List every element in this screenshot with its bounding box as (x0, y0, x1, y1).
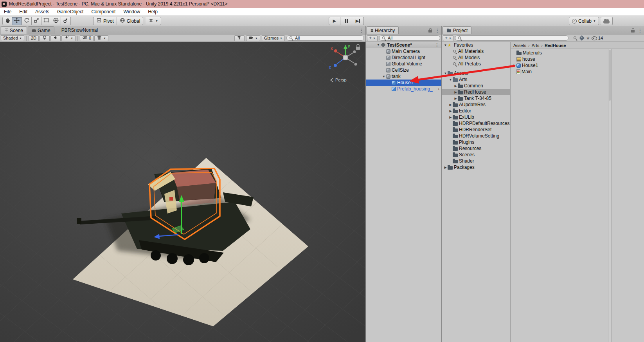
project-tree-row-all-prefabs[interactable]: All Prefabs (442, 61, 510, 67)
menu-help[interactable]: Help (144, 8, 162, 15)
project-tree-row-exulib[interactable]: ▶ExULib (442, 114, 510, 120)
project-tree-row-hdrpdefaultresources[interactable]: HDRPDefaultResources (442, 120, 510, 127)
hierarchy-row-cellsize[interactable]: CellSize (366, 67, 441, 73)
asset-row-main[interactable]: Main (511, 69, 644, 75)
transform-tool-button[interactable] (51, 17, 61, 25)
effects-dropdown[interactable]: ▼ (61, 35, 76, 41)
hidden-packages-toggle[interactable]: 14 (592, 36, 603, 40)
tab-hierarchy[interactable]: ≡ Hierarchy (367, 26, 399, 34)
scale-tool-button[interactable] (32, 17, 41, 25)
expand-arrow[interactable]: ▶ (513, 64, 516, 67)
project-tree-row-redhouse[interactable]: ▶RedHouse (442, 89, 510, 95)
rotate-tool-button[interactable] (22, 17, 32, 25)
pause-button[interactable] (340, 17, 352, 25)
project-tree-row-hdrrenderset[interactable]: HDRRenderSet (442, 127, 510, 133)
project-tree-row-shader[interactable]: Shader (442, 158, 510, 164)
hierarchy-row-main-camera[interactable]: Main Camera (366, 48, 441, 54)
breadcrumb-arts[interactable]: Arts (532, 43, 540, 48)
project-tree-row-all-models[interactable]: All Models (442, 54, 510, 61)
expand-arrow[interactable]: ▼ (376, 43, 381, 47)
tab-game[interactable]: Game (28, 26, 54, 34)
project-search-input[interactable] (455, 35, 568, 41)
breadcrumb-assets[interactable]: Assets (513, 43, 526, 48)
menu-file[interactable]: File (0, 8, 15, 15)
create-asset-button[interactable]: +▼ (443, 35, 453, 41)
scene-viewport[interactable]: y x z Persp (0, 42, 365, 342)
project-tree-row-commen[interactable]: ▶Commen (442, 83, 510, 89)
hierarchy-row-house1[interactable]: House1 (366, 80, 441, 86)
expand-arrow[interactable]: ▼ (443, 72, 448, 75)
menu-assets[interactable]: Assets (31, 8, 53, 15)
lock-icon[interactable] (428, 30, 432, 33)
play-button[interactable]: ▶ (329, 17, 340, 25)
expand-arrow[interactable]: ▶ (448, 109, 453, 113)
gizmos-dropdown[interactable]: Gizmos ▼ (262, 35, 285, 41)
global-toggle-button[interactable]: Global (117, 17, 144, 25)
camera-settings-dropdown[interactable]: ▼ (246, 35, 260, 41)
project-tree-row-favorites[interactable]: ▼★Favorites (442, 42, 510, 48)
persp-label[interactable]: Persp (335, 78, 347, 82)
step-button[interactable]: ▶ (352, 17, 364, 25)
expand-arrow[interactable]: ▶ (453, 97, 458, 100)
project-tree-row-plugins[interactable]: Plugins (442, 139, 510, 145)
menu-component[interactable]: Component (87, 8, 119, 15)
cloud-services-button[interactable] (601, 17, 613, 25)
hierarchy-search-input[interactable]: All (379, 35, 440, 41)
scene-options-icon[interactable]: ⋮ (359, 28, 364, 33)
project-tree-row-packages[interactable]: ▶Packages (442, 164, 510, 170)
tab-scene[interactable]: Scene (1, 26, 27, 34)
tab-project[interactable]: Project (443, 26, 471, 34)
asset-row-materials[interactable]: Materials (511, 50, 644, 56)
expand-arrow[interactable]: ▶ (443, 166, 448, 169)
expand-arrow[interactable]: ▼ (443, 43, 448, 47)
hierarchy-options-icon[interactable]: ⋮ (435, 28, 440, 33)
hierarchy-row-prefab-housing[interactable]: Prefab_housing_› (366, 86, 441, 92)
editor-tools-button[interactable] (234, 35, 245, 41)
save-search-icon[interactable]: ★ (586, 36, 590, 41)
expand-arrow[interactable]: ▶ (448, 103, 453, 107)
audio-toggle-button[interactable] (50, 35, 61, 41)
project-options-icon[interactable]: ⋮ (638, 28, 642, 33)
lighting-toggle-button[interactable] (40, 35, 50, 41)
project-tree-row-arts[interactable]: ▼Arts (442, 76, 510, 83)
expand-arrow[interactable]: ▶ (453, 84, 458, 88)
project-tree-row-scenes[interactable]: Scenes (442, 152, 510, 158)
move-tool-button[interactable] (12, 17, 22, 25)
menu-window[interactable]: Window (119, 8, 144, 15)
pivot-toggle-button[interactable]: Pivot (93, 17, 117, 25)
rect-tool-button[interactable] (41, 17, 51, 25)
hierarchy-row-testscene[interactable]: ▼TestScene*⋮ (366, 42, 441, 48)
gizmo-red-handle[interactable] (169, 197, 173, 201)
hierarchy-row-tank[interactable]: ▼tank (366, 73, 441, 80)
create-object-button[interactable]: +▼ (367, 35, 378, 41)
menu-edit[interactable]: Edit (15, 8, 31, 15)
hierarchy-row-global-volume[interactable]: Global Volume (366, 61, 441, 67)
2d-toggle-button[interactable]: 2D (29, 35, 39, 41)
expand-arrow[interactable]: ▶ (448, 116, 453, 119)
expand-arrow[interactable]: ▼ (381, 75, 386, 78)
custom-tool-button[interactable] (61, 17, 71, 25)
scene-header-options-icon[interactable]: ⋮ (435, 42, 441, 48)
project-tree-row-tank-t-34-85[interactable]: ▶Tank T-34-85 (442, 95, 510, 101)
hierarchy-row-directional-light[interactable]: Directional Light (366, 54, 441, 61)
prefab-open-chevron[interactable]: › (438, 87, 441, 91)
project-content-scrollbar[interactable] (608, 49, 612, 342)
search-by-type-icon[interactable] (573, 36, 577, 40)
grid-snap-button[interactable]: ▼ (146, 17, 161, 25)
scene-search-input[interactable]: All (286, 35, 364, 41)
breadcrumb-redhouse[interactable]: RedHouse (545, 43, 566, 48)
project-tree-row-assets[interactable]: ▼Assets (442, 70, 510, 76)
project-tree-row-hdrvolumesetting[interactable]: HDRVolumeSetting (442, 133, 510, 139)
project-tree-row-editor[interactable]: ▶Editor (442, 108, 510, 114)
draw-mode-dropdown[interactable]: Shaded ▼ (1, 35, 24, 41)
menu-gameobject[interactable]: GameObject (53, 8, 87, 15)
asset-row-house[interactable]: house (511, 56, 644, 62)
asset-row-house1[interactable]: ▶House1 (511, 62, 644, 69)
expand-arrow[interactable]: ▼ (448, 78, 453, 81)
hand-tool-button[interactable] (2, 17, 12, 25)
search-by-label-icon[interactable] (579, 35, 585, 41)
project-tree-row-all-materials[interactable]: All Materials (442, 48, 510, 54)
project-tree-row-aupdateres[interactable]: ▶AUpdateRes (442, 101, 510, 108)
project-tree-row-resources[interactable]: Resources (442, 145, 510, 152)
scene-grid-dropdown[interactable]: ▼ (94, 35, 108, 41)
